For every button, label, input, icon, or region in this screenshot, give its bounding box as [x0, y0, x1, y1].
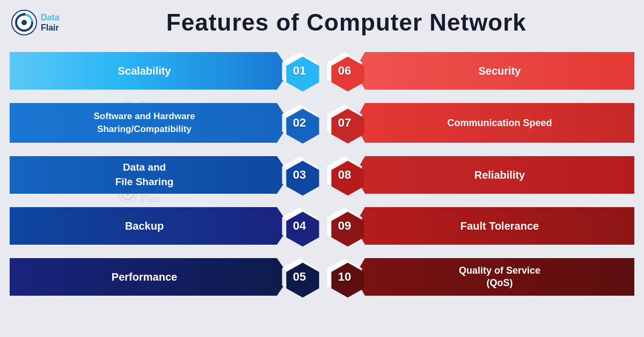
feature-label-10: Quality of Service(QoS) [354, 258, 634, 296]
feature-label-3: Data andFile Sharing [10, 156, 290, 194]
feature-row-2: Software and HardwareSharing/Compatibili… [10, 98, 319, 148]
feature-label-4: Backup [10, 207, 290, 245]
logo-text: Data Flair [41, 12, 60, 33]
feature-label-9: Fault Tolerance [354, 207, 634, 245]
logo: Data Flair [11, 9, 60, 36]
hex-badge-2: 02 [280, 104, 319, 142]
feature-label-8: Reliability [354, 156, 634, 194]
feature-row-9: 09 Fault Tolerance [325, 202, 634, 250]
feature-row-10: 10 Quality of Service(QoS) [325, 253, 634, 301]
feature-row-7: 07 Communication Speed [325, 98, 634, 148]
hex-badge-3: 03 [280, 156, 319, 194]
hex-badge-7: 07 [325, 104, 364, 142]
feature-label-2: Software and HardwareSharing/Compatibili… [10, 103, 290, 143]
feature-row-8: 08 Reliability [325, 151, 634, 199]
page-title: Features of Computer Network [60, 9, 633, 36]
svg-point-1 [21, 20, 27, 25]
hex-badge-9: 09 [325, 207, 364, 245]
feature-label-5: Performance [10, 258, 290, 296]
logo-icon [11, 9, 38, 36]
hex-badge-1: 01 [280, 52, 319, 90]
left-panel: Scalability 01 Software and HardwareShar… [10, 47, 319, 328]
feature-row-1: Scalability 01 [10, 47, 319, 94]
hex-badge-6: 06 [325, 52, 364, 90]
right-panel: 06 Security 07 Communication Speed [325, 47, 634, 328]
feature-row-4: Backup 04 [10, 202, 319, 250]
feature-row-3: Data andFile Sharing 03 [10, 151, 319, 199]
hex-badge-10: 10 [325, 258, 364, 296]
hex-badge-4: 04 [280, 207, 319, 245]
hex-badge-5: 05 [280, 258, 319, 296]
feature-label-6: Security [354, 52, 634, 90]
feature-row-5: Performance 05 [10, 253, 319, 301]
feature-label-7: Communication Speed [354, 103, 634, 143]
hex-badge-8: 08 [325, 156, 364, 194]
feature-label-1: Scalability [10, 52, 290, 90]
feature-row-6: 06 Security [325, 47, 634, 94]
